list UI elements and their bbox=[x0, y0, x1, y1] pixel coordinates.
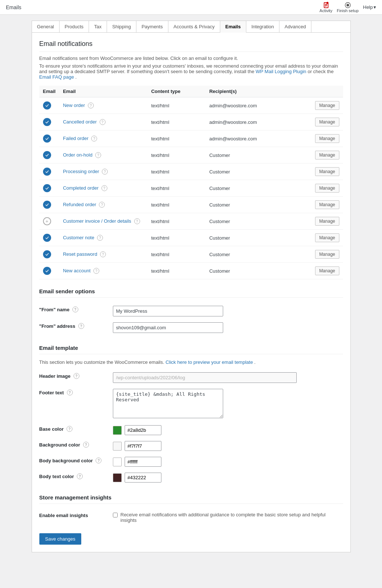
manage-button-1[interactable]: Manage bbox=[315, 118, 339, 126]
base-color-input[interactable] bbox=[125, 425, 161, 435]
row-help-icon-5[interactable]: ? bbox=[101, 185, 107, 191]
tab-integration[interactable]: Integration bbox=[246, 21, 279, 32]
body-text-color-input[interactable] bbox=[125, 473, 161, 483]
manage-button-6[interactable]: Manage bbox=[315, 200, 339, 209]
enabled-icon-0 bbox=[43, 101, 51, 110]
from-address-row: "From" address ? bbox=[39, 319, 343, 336]
row-manage-cell-8: Manage bbox=[293, 230, 343, 246]
body-bg-color-help-icon[interactable]: ? bbox=[96, 458, 101, 463]
manage-button-4[interactable]: Manage bbox=[315, 167, 339, 176]
preview-email-link[interactable]: Click here to preview your email templat… bbox=[165, 359, 253, 365]
body-text-color-label: Body text color ? bbox=[39, 470, 113, 485]
manage-button-7[interactable]: Manage bbox=[315, 217, 339, 226]
manage-button-10[interactable]: Manage bbox=[315, 266, 339, 275]
row-name-cell-0: New order ? bbox=[59, 97, 147, 114]
row-help-icon-9[interactable]: ? bbox=[100, 251, 106, 257]
help-chevron-icon: ▾ bbox=[374, 4, 376, 10]
bg-color-swatch[interactable] bbox=[113, 442, 122, 451]
table-row: Refunded order ? text/htmlCustomer Manag… bbox=[39, 197, 343, 213]
email-row-link-7[interactable]: Customer invoice / Order details bbox=[63, 218, 131, 224]
table-row: New account ? text/htmlCustomer Manage bbox=[39, 263, 343, 279]
row-help-icon-1[interactable]: ? bbox=[100, 119, 106, 125]
body-bg-color-swatch[interactable] bbox=[113, 458, 122, 466]
from-address-help-icon[interactable]: ? bbox=[78, 323, 84, 329]
email-row-link-4[interactable]: Processing order bbox=[63, 169, 99, 174]
save-changes-button[interactable]: Save changes bbox=[39, 533, 81, 545]
tab-shipping[interactable]: Shipping bbox=[107, 21, 136, 32]
manage-button-8[interactable]: Manage bbox=[315, 233, 339, 242]
row-help-icon-6[interactable]: ? bbox=[99, 202, 105, 208]
enabled-icon-1 bbox=[43, 118, 51, 126]
email-row-link-2[interactable]: Failed order bbox=[63, 136, 88, 141]
row-help-icon-8[interactable]: ? bbox=[97, 235, 103, 241]
row-status-cell-1 bbox=[39, 114, 60, 130]
header-image-input[interactable] bbox=[113, 372, 297, 383]
tab-payments[interactable]: Payments bbox=[136, 21, 168, 32]
row-help-icon-7[interactable]: ? bbox=[134, 218, 140, 224]
finish-setup-button[interactable]: Finish setup bbox=[337, 2, 358, 13]
table-row: Processing order ? text/htmlCustomer Man… bbox=[39, 164, 343, 180]
email-row-link-10[interactable]: New account bbox=[63, 268, 90, 273]
activity-button[interactable]: Activity bbox=[319, 2, 332, 13]
from-address-input[interactable] bbox=[113, 322, 223, 333]
email-row-link-9[interactable]: Reset password bbox=[63, 251, 97, 257]
row-manage-cell-0: Manage bbox=[293, 97, 343, 114]
row-status-cell-8 bbox=[39, 230, 60, 246]
footer-text-help-icon[interactable]: ? bbox=[67, 390, 73, 395]
footer-text-input[interactable]: {site_title} &mdash; All Rights Reserved bbox=[113, 389, 223, 418]
row-name-cell-10: New account ? bbox=[59, 263, 147, 279]
email-faq-link[interactable]: Email FAQ page bbox=[39, 74, 74, 80]
row-help-icon-4[interactable]: ? bbox=[102, 169, 108, 175]
row-manage-cell-2: Manage bbox=[293, 130, 343, 147]
base-color-help-icon[interactable]: ? bbox=[67, 426, 72, 432]
enabled-icon-6 bbox=[43, 201, 51, 209]
manage-button-5[interactable]: Manage bbox=[315, 184, 339, 193]
enable-insights-checkbox[interactable] bbox=[113, 513, 118, 517]
row-name-cell-2: Failed order ? bbox=[59, 130, 147, 147]
page-title: Emails bbox=[6, 4, 21, 10]
row-help-icon-2[interactable]: ? bbox=[91, 136, 97, 141]
bg-color-help-icon[interactable]: ? bbox=[83, 442, 89, 448]
tab-tax[interactable]: Tax bbox=[89, 21, 107, 32]
body-bg-color-label: Body background color ? bbox=[39, 454, 113, 470]
bg-color-input[interactable] bbox=[125, 441, 161, 451]
table-row: Reset password ? text/htmlCustomer Manag… bbox=[39, 246, 343, 263]
email-row-link-6[interactable]: Refunded order bbox=[63, 202, 96, 207]
row-status-cell-4 bbox=[39, 164, 60, 180]
base-color-value-cell bbox=[113, 422, 343, 438]
manage-button-3[interactable]: Manage bbox=[315, 151, 339, 159]
row-manage-cell-9: Manage bbox=[293, 246, 343, 263]
email-row-link-1[interactable]: Cancelled order bbox=[63, 119, 97, 125]
help-button[interactable]: Help ▾ bbox=[363, 4, 376, 10]
from-name-help-icon[interactable]: ? bbox=[72, 306, 78, 312]
body-text-color-help-icon[interactable]: ? bbox=[77, 473, 83, 479]
manage-button-2[interactable]: Manage bbox=[315, 134, 339, 143]
enabled-icon-2 bbox=[43, 135, 51, 143]
row-recipients-cell-6: Customer bbox=[206, 197, 293, 213]
email-row-link-0[interactable]: New order bbox=[63, 103, 85, 108]
body-text-color-value-cell bbox=[113, 470, 343, 485]
tab-emails[interactable]: Emails bbox=[220, 21, 246, 33]
tab-advanced[interactable]: Advanced bbox=[279, 21, 311, 32]
base-color-swatch[interactable] bbox=[113, 426, 122, 435]
tab-products[interactable]: Products bbox=[60, 21, 89, 32]
tab-general[interactable]: General bbox=[32, 21, 60, 32]
header-image-help-icon[interactable]: ? bbox=[74, 373, 79, 379]
manage-button-9[interactable]: Manage bbox=[315, 250, 339, 259]
from-name-input[interactable] bbox=[113, 306, 223, 316]
row-help-icon-0[interactable]: ? bbox=[88, 103, 94, 108]
row-manage-cell-10: Manage bbox=[293, 263, 343, 279]
row-help-icon-3[interactable]: ? bbox=[95, 152, 101, 158]
email-row-link-8[interactable]: Customer note bbox=[63, 235, 94, 240]
wp-mail-logging-link[interactable]: WP Mail Logging Plugin bbox=[256, 69, 306, 74]
row-help-icon-10[interactable]: ? bbox=[93, 268, 99, 274]
body-text-color-swatch[interactable] bbox=[113, 473, 122, 482]
nav-tabs: General Products Tax Shipping Payments A… bbox=[32, 21, 351, 32]
enabled-icon-5 bbox=[43, 184, 51, 192]
row-recipients-cell-8: Customer bbox=[206, 230, 293, 246]
manage-button-0[interactable]: Manage bbox=[315, 101, 339, 110]
body-bg-color-input[interactable] bbox=[125, 457, 161, 467]
email-row-link-5[interactable]: Completed order bbox=[63, 185, 99, 191]
tab-accounts[interactable]: Accounts & Privacy bbox=[168, 21, 220, 32]
email-row-link-3[interactable]: Order on-hold bbox=[63, 152, 92, 158]
